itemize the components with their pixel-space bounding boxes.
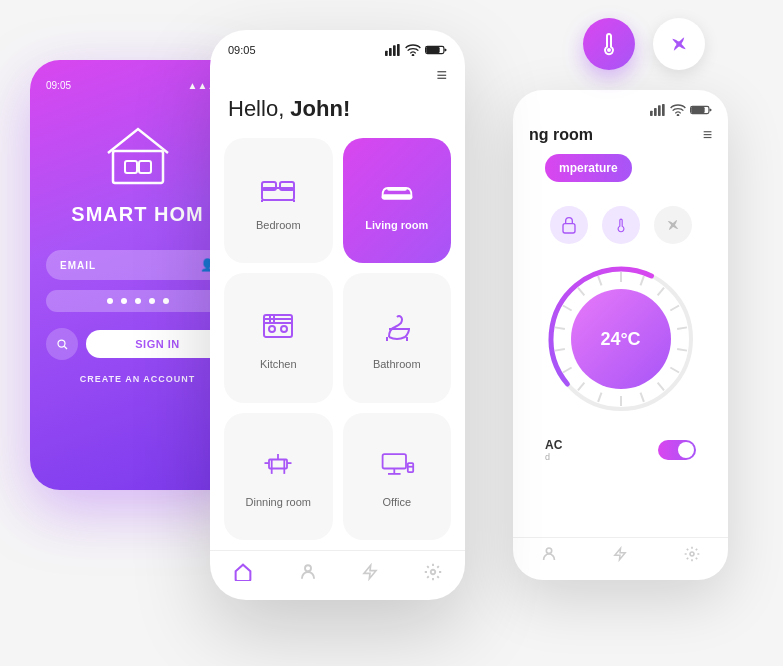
temperature-badge: mperature <box>545 154 632 182</box>
temp-control[interactable] <box>602 206 640 244</box>
bathroom-icon <box>381 309 413 348</box>
svg-line-71 <box>562 306 571 311</box>
right-nav-flash[interactable] <box>613 546 627 566</box>
brand-text: SMART HOM <box>71 203 203 226</box>
lock-control[interactable] <box>550 206 588 244</box>
svg-line-67 <box>577 383 583 391</box>
svg-rect-46 <box>658 105 661 116</box>
nav-user[interactable] <box>299 563 317 586</box>
svg-line-59 <box>670 306 679 311</box>
svg-rect-9 <box>393 45 396 56</box>
svg-line-68 <box>562 368 571 373</box>
nav-home[interactable] <box>233 563 253 586</box>
controls-row <box>545 206 696 244</box>
svg-rect-39 <box>408 463 413 472</box>
action-row: SIGN IN <box>46 328 229 360</box>
right-menu-button[interactable]: ≡ <box>703 126 712 144</box>
center-bottom-nav <box>210 550 465 600</box>
svg-line-70 <box>555 327 565 329</box>
create-account-link[interactable]: CREATE AN ACCOUNT <box>80 374 196 384</box>
bedroom-label: Bedroom <box>256 219 301 231</box>
svg-rect-21 <box>388 188 406 190</box>
living-room-icon <box>379 174 415 209</box>
svg-rect-7 <box>385 51 388 56</box>
svg-line-63 <box>657 383 663 391</box>
temperature-dial[interactable]: 24°C <box>546 264 696 414</box>
sign-in-button[interactable]: SIGN IN <box>86 330 229 358</box>
kitchen-icon <box>262 309 294 348</box>
svg-rect-3 <box>125 161 137 173</box>
svg-point-5 <box>58 340 65 347</box>
right-phone: ng room ≡ mperature <box>513 90 728 580</box>
svg-rect-8 <box>389 48 392 56</box>
svg-line-60 <box>677 327 687 329</box>
svg-line-61 <box>677 349 687 351</box>
svg-point-24 <box>269 326 275 332</box>
office-icon <box>379 449 415 486</box>
room-card-dinning[interactable]: Dinning room <box>224 413 333 540</box>
svg-point-43 <box>431 570 436 575</box>
right-bottom-nav <box>513 537 728 566</box>
bedroom-icon <box>260 174 296 209</box>
fan-float-icon <box>653 18 705 70</box>
svg-point-41 <box>305 565 311 571</box>
center-phone: 09:05 ≡ Hello, John! <box>210 30 465 600</box>
svg-line-69 <box>555 349 565 351</box>
center-time: 09:05 <box>228 44 256 56</box>
svg-rect-4 <box>139 161 151 173</box>
svg-rect-10 <box>397 44 400 56</box>
center-menu-button[interactable]: ≡ <box>210 62 465 88</box>
svg-point-25 <box>281 326 287 332</box>
fan-control[interactable] <box>654 206 692 244</box>
svg-rect-14 <box>445 49 447 51</box>
svg-rect-52 <box>563 224 575 233</box>
center-status-icons <box>385 44 447 56</box>
svg-point-48 <box>677 115 678 116</box>
svg-rect-47 <box>662 104 665 116</box>
room-card-bedroom[interactable]: Bedroom <box>224 138 333 263</box>
svg-line-72 <box>577 288 583 296</box>
svg-marker-75 <box>615 548 626 560</box>
room-card-bathroom[interactable]: Bathroom <box>343 273 452 402</box>
room-card-kitchen[interactable]: Kitchen <box>224 273 333 402</box>
svg-point-11 <box>412 55 413 56</box>
bathroom-label: Bathroom <box>373 358 421 370</box>
ac-status: d <box>545 452 562 462</box>
right-header: ng room ≡ <box>513 122 728 154</box>
email-input[interactable]: EMAIL 👤 <box>46 250 229 280</box>
nav-flash[interactable] <box>362 563 378 586</box>
room-card-office[interactable]: Office <box>343 413 452 540</box>
living-room-label: Living room <box>365 219 428 231</box>
right-status-bar <box>513 90 728 122</box>
svg-rect-50 <box>691 107 704 113</box>
svg-line-6 <box>64 346 67 349</box>
left-time: 09:05 <box>46 80 71 91</box>
svg-marker-42 <box>364 565 376 578</box>
nav-settings[interactable] <box>424 563 442 586</box>
svg-line-57 <box>640 276 643 285</box>
svg-rect-36 <box>382 454 405 468</box>
password-input[interactable] <box>46 290 229 312</box>
greeting-text: Hello, John! <box>210 88 465 138</box>
kitchen-label: Kitchen <box>260 358 297 370</box>
right-nav-user[interactable] <box>541 546 557 566</box>
svg-line-66 <box>598 393 601 402</box>
svg-line-73 <box>598 276 601 285</box>
svg-line-64 <box>640 393 643 402</box>
right-nav-settings[interactable] <box>684 546 700 566</box>
svg-point-74 <box>546 548 551 553</box>
right-room-title: ng room <box>529 126 593 144</box>
thermometer-float-icon <box>583 18 635 70</box>
ac-toggle[interactable] <box>658 440 696 460</box>
house-icon <box>103 121 173 195</box>
scene: 09:05 ▲▲▲ ◉ SMART HOM EMAIL 👤 <box>0 0 783 666</box>
search-button[interactable] <box>46 328 78 360</box>
svg-line-58 <box>657 288 663 296</box>
room-card-living[interactable]: Living room <box>343 138 452 263</box>
svg-rect-51 <box>710 109 712 111</box>
ac-control-row: AC d <box>529 438 712 462</box>
svg-rect-13 <box>426 47 439 53</box>
rooms-grid: Bedroom Living room <box>210 138 465 540</box>
svg-point-76 <box>690 552 694 556</box>
svg-rect-45 <box>654 108 657 116</box>
